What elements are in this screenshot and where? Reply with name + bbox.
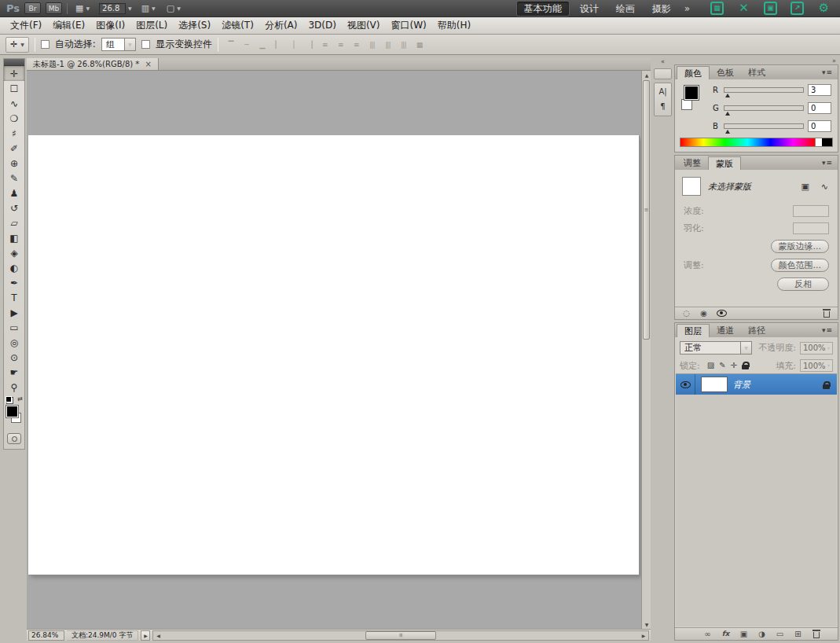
- slider-thumb[interactable]: [725, 94, 730, 97]
- horizontal-scrollbar[interactable]: ◀ ≡ ▶: [152, 630, 649, 641]
- tab-layers[interactable]: 图层: [677, 324, 710, 337]
- spectrum-black-swatch[interactable]: [822, 138, 832, 146]
- hand-tool[interactable]: ☛: [4, 365, 24, 380]
- paragraph-panel-icon[interactable]: ¶: [660, 103, 665, 111]
- capture-cross-icon[interactable]: ✕: [737, 2, 750, 15]
- align-vertical-centers-icon[interactable]: ─: [240, 39, 253, 51]
- pen-tool[interactable]: ✒: [4, 275, 24, 290]
- new-group-icon[interactable]: ▭: [776, 630, 784, 639]
- channel-slider-track[interactable]: [724, 87, 804, 93]
- zoom-tool[interactable]: ⚲: [4, 380, 24, 395]
- dropdown-button[interactable]: ▼: [740, 342, 751, 354]
- menu-window[interactable]: 窗口(W): [386, 17, 432, 34]
- invert-button[interactable]: 反相: [777, 277, 829, 291]
- tool-preset-picker[interactable]: ✛ ▼: [6, 37, 29, 53]
- channel-slider-track[interactable]: [724, 105, 804, 111]
- expand-panels-icon[interactable]: «: [654, 58, 672, 65]
- show-transform-controls-checkbox[interactable]: [141, 40, 150, 49]
- scroll-down-icon[interactable]: ▼: [642, 620, 651, 629]
- menu-image[interactable]: 图像(I): [90, 17, 130, 34]
- color-spectrum-ramp[interactable]: [680, 138, 833, 147]
- window-panel-icon[interactable]: ▣: [764, 2, 777, 15]
- history-brush-tool[interactable]: ↺: [4, 200, 24, 215]
- lock-image-pixels-icon[interactable]: ✎: [719, 362, 725, 369]
- crop-tool[interactable]: ♯: [4, 126, 24, 141]
- panel-menu-icon[interactable]: ▾≡: [817, 68, 838, 76]
- new-layer-icon[interactable]: ⊞: [794, 630, 802, 639]
- align-left-edges-icon[interactable]: ▏: [271, 39, 284, 51]
- bridge-button[interactable]: Br: [24, 2, 41, 14]
- add-layer-mask-icon[interactable]: ▣: [739, 630, 748, 639]
- channel-value-field[interactable]: 0: [808, 120, 831, 132]
- menu-analysis[interactable]: 分析(A): [259, 17, 303, 34]
- foreground-color-swatch[interactable]: [684, 86, 699, 100]
- layer-row-background[interactable]: 背景: [676, 374, 837, 395]
- settings-gear-icon[interactable]: ⚙: [817, 2, 831, 15]
- menu-file[interactable]: 文件(F): [5, 17, 47, 34]
- link-layers-icon[interactable]: ∞: [703, 630, 712, 639]
- workspace-essentials-button[interactable]: 基本功能: [516, 1, 570, 17]
- menu-view[interactable]: 视图(V): [342, 17, 386, 34]
- load-selection-from-mask-icon[interactable]: ◌: [682, 309, 691, 318]
- color-range-button[interactable]: 颜色范围...: [771, 259, 830, 272]
- delete-mask-icon[interactable]: [822, 309, 831, 318]
- disable-mask-icon[interactable]: [717, 309, 727, 318]
- zoom-level-dropdown[interactable]: 26.8 ▼: [97, 3, 134, 14]
- tab-channels[interactable]: 通道: [710, 324, 741, 337]
- spectrum-gradient[interactable]: [680, 138, 815, 146]
- dodge-tool[interactable]: ◐: [4, 260, 24, 275]
- workspace-design-button[interactable]: 设计: [573, 2, 606, 16]
- delete-layer-icon[interactable]: [812, 630, 820, 639]
- 3d-object-rotate-tool[interactable]: ◎: [4, 335, 24, 350]
- vertical-scrollbar[interactable]: ▲ ≡ ▼: [641, 71, 651, 629]
- fill-field[interactable]: 100% ▾: [800, 359, 833, 372]
- gradient-tool[interactable]: ◧: [4, 230, 24, 245]
- status-flyout-button[interactable]: ▶: [141, 630, 150, 641]
- lasso-tool[interactable]: ∿: [4, 96, 24, 111]
- tab-styles[interactable]: 样式: [741, 66, 772, 79]
- grid-panel-icon[interactable]: ▦: [710, 2, 724, 15]
- workspace-overflow-button[interactable]: »: [681, 3, 693, 14]
- channel-slider-track[interactable]: [724, 123, 804, 129]
- add-vector-mask-icon[interactable]: ∿: [819, 182, 831, 192]
- menu-3d[interactable]: 3D(D): [303, 17, 341, 34]
- density-field[interactable]: [793, 205, 829, 217]
- path-selection-tool[interactable]: ▶: [4, 305, 24, 320]
- tab-adjustments[interactable]: 调整: [677, 156, 708, 170]
- screen-mode-button[interactable]: ▢ ▼: [163, 2, 184, 15]
- apply-mask-icon[interactable]: ◉: [699, 309, 708, 318]
- foreground-color-swatch[interactable]: [6, 406, 18, 417]
- align-right-edges-icon[interactable]: ▕: [303, 39, 316, 51]
- zoom-level-value[interactable]: 26.8: [99, 3, 126, 14]
- distribute-vertical-centers-icon[interactable]: ≡: [334, 39, 347, 51]
- slider-thumb[interactable]: [725, 112, 730, 116]
- tab-masks[interactable]: 蒙版: [708, 156, 741, 170]
- lock-transparent-pixels-icon[interactable]: ▨: [707, 362, 714, 369]
- lock-all-icon[interactable]: [742, 362, 749, 369]
- menu-layer[interactable]: 图层(L): [130, 17, 173, 34]
- mini-bridge-button[interactable]: Mb: [46, 2, 62, 14]
- collapse-panels-icon[interactable]: »: [832, 58, 836, 64]
- 3d-camera-rotate-tool[interactable]: ⊙: [4, 350, 24, 365]
- blur-tool[interactable]: ◈: [4, 245, 24, 260]
- status-zoom-field[interactable]: 26.84%: [28, 630, 64, 641]
- character-panel-icon[interactable]: A|: [658, 88, 666, 96]
- menu-filter[interactable]: 滤镜(T): [216, 17, 259, 34]
- panel-menu-icon[interactable]: ▾≡: [817, 159, 838, 167]
- spot-healing-brush-tool[interactable]: ⊕: [4, 156, 24, 171]
- brush-tool[interactable]: ✎: [4, 171, 24, 186]
- channel-value-field[interactable]: 3: [808, 84, 831, 96]
- quick-mask-button[interactable]: [7, 433, 21, 444]
- menu-help[interactable]: 帮助(H): [432, 17, 476, 34]
- clone-stamp-tool[interactable]: ♟: [4, 186, 24, 200]
- layer-visibility-toggle[interactable]: [676, 374, 695, 395]
- share-window-icon[interactable]: ↗: [790, 2, 804, 15]
- menu-edit[interactable]: 编辑(E): [47, 17, 90, 34]
- arrange-documents-button[interactable]: ▥ ▼: [138, 2, 159, 15]
- distribute-right-edges-icon[interactable]: |||: [397, 39, 410, 51]
- move-tool[interactable]: ✛: [4, 66, 24, 81]
- feather-field[interactable]: [793, 222, 829, 234]
- swap-colors-icon[interactable]: ⇄: [17, 395, 23, 402]
- eraser-tool[interactable]: ▱: [4, 215, 24, 230]
- align-bottom-edges-icon[interactable]: ▁: [255, 39, 269, 51]
